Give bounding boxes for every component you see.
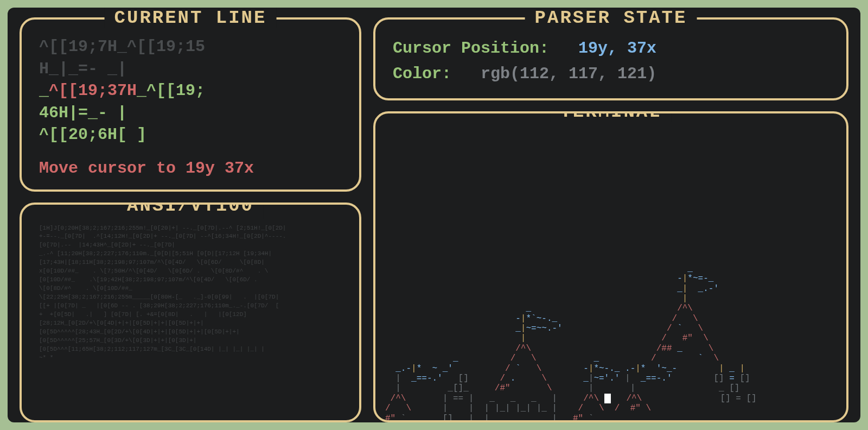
- active-escape-sequence: ^[[19;37H: [49, 81, 137, 100]
- escape-explanation: Move cursor to 19y 37x: [39, 159, 342, 178]
- active-line-b: 46H|=_- |: [39, 102, 342, 124]
- terminal-panel[interactable]: TERMINAL _ -|*~=-_ _| _.-: [373, 111, 848, 422]
- active-seg-prefix: _: [39, 81, 49, 100]
- parser-color-row: Color: rgb(112, 117, 121): [393, 61, 829, 87]
- left-column: CURRENT LINE ^[[19;7H_^[[19;15 H_|_=- _|…: [20, 17, 361, 422]
- panel-title-parser-state: PARSER STATE: [525, 8, 697, 28]
- ansi-dump-panel: ANSI/VT100 [1H]J[0;20H[38;2;167;216;255m…: [20, 203, 361, 423]
- right-column: PARSER STATE Cursor Position: 19y, 37x C…: [373, 17, 848, 422]
- panel-title-terminal: TERMINAL: [550, 111, 671, 122]
- cursor-position-label: Cursor Position:: [393, 39, 549, 58]
- current-line-stream: ^[[19;7H_^[[19;15 H_|_=- _| _^[[19;37H_^…: [39, 36, 342, 146]
- color-label: Color:: [393, 65, 451, 83]
- panel-title-current-line: CURRENT LINE: [105, 8, 277, 28]
- prev-line-2: H_|_=- _|: [39, 58, 342, 80]
- terminal-ascii-art: _ -|*~=-_ _| _.-' |: [385, 264, 837, 422]
- ansi-raw-dump: [1H]J[0;20H[38;2;167;216;255m!_[0[20|+| …: [39, 221, 342, 363]
- active-seg-suffix: _^[[19;: [137, 81, 205, 100]
- active-line-a: _^[[19;37H_^[[19;: [39, 80, 342, 102]
- cursor-position-value: 19y, 37x: [578, 39, 656, 58]
- prev-line-1: ^[[19;7H_^[[19;15: [39, 36, 342, 58]
- color-value: rgb(112, 117, 121): [481, 65, 656, 83]
- current-line-panel: CURRENT LINE ^[[19;7H_^[[19;15 H_|_=- _|…: [20, 17, 361, 192]
- parser-state-panel: PARSER STATE Cursor Position: 19y, 37x C…: [373, 17, 848, 100]
- parser-cursor-row: Cursor Position: 19y, 37x: [393, 36, 829, 61]
- panel-title-ansi: ANSI/VT100: [117, 203, 264, 219]
- terminal-cursor: [604, 394, 611, 403]
- active-line-c: ^[[20;6H[ ]: [39, 124, 342, 146]
- app-screen: CURRENT LINE ^[[19;7H_^[[19;15 H_|_=- _|…: [8, 8, 860, 422]
